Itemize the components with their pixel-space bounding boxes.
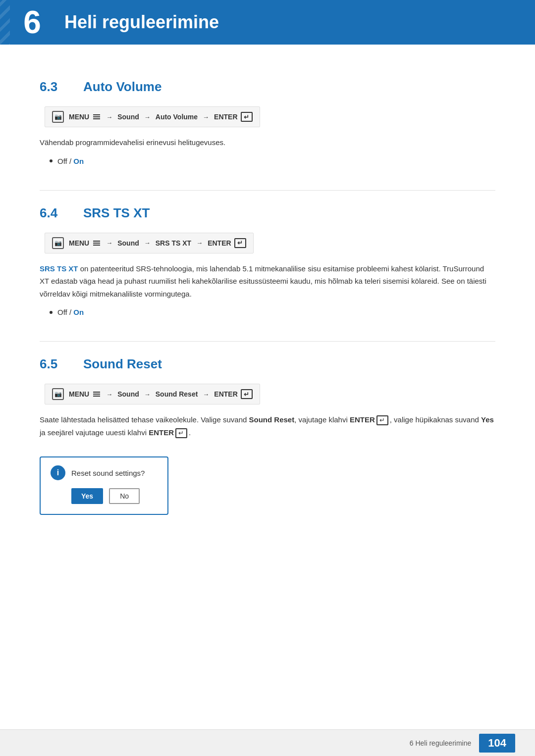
section-6-3-desc: Vähendab programmidevahelisi erinevusi h… <box>40 136 495 149</box>
arrow-1-6-5: → <box>106 391 112 398</box>
menu-label-6-5: MENU <box>69 390 89 398</box>
divider-2 <box>40 341 495 342</box>
main-content: 6.3 Auto Volume 📷 MENU → Sound → Auto Vo… <box>0 45 535 589</box>
section-6-3-options: Off / On <box>50 157 495 165</box>
dialog-no-button[interactable]: No <box>109 488 140 504</box>
desc-bold-sound-reset: Sound Reset <box>249 415 295 424</box>
arrow-3-6-4: → <box>196 239 203 247</box>
section-6-4-heading: 6.4 SRS TS XT <box>40 205 495 221</box>
option-on-6-4: On <box>73 308 84 316</box>
section-6-3: 6.3 Auto Volume 📷 MENU → Sound → Auto Vo… <box>40 79 495 165</box>
option-text-6-3: Off / On <box>57 157 84 165</box>
menu-bars-icon-6-5 <box>93 392 100 397</box>
desc-bold-yes: Yes <box>481 415 494 424</box>
nav-enter-6-5: ENTER <box>214 390 237 398</box>
dialog-buttons: Yes No <box>71 488 158 504</box>
section-6-3-number: 6.3 <box>40 79 69 95</box>
nav-enter-6-3: ENTER <box>214 113 237 121</box>
desc-enter2: ENTER <box>149 428 174 437</box>
option-off-6-4: Off <box>57 308 67 316</box>
nav-srs-6-4: SRS TS XT <box>156 239 191 247</box>
dialog-header: i Reset sound settings? <box>51 465 158 480</box>
remote-icon-6-5: 📷 <box>52 388 64 400</box>
section-6-4-options: Off / On <box>50 308 495 316</box>
enter-inline-icon-1: ↵ <box>376 415 388 425</box>
menu-bars-icon <box>93 114 100 119</box>
page-footer: 6 Heli reguleerimine 104 <box>0 729 535 756</box>
dialog-info-icon: i <box>51 465 65 480</box>
section-6-5-number: 6.5 <box>40 356 69 372</box>
nav-path-6-3: 📷 MENU → Sound → Auto Volume → ENTER ↵ <box>45 106 260 127</box>
arrow-3-6-3: → <box>203 113 209 121</box>
remote-icon-6-4: 📷 <box>52 237 64 249</box>
dialog-yes-button[interactable]: Yes <box>71 488 103 504</box>
nav-sound-6-3: Sound <box>117 113 139 121</box>
option-off-on-6-3: Off / On <box>50 157 495 165</box>
nav-sound-6-5: Sound <box>117 390 139 398</box>
arrow-2-6-3: → <box>144 113 151 121</box>
nav-sound-6-4: Sound <box>117 239 139 247</box>
footer-chapter-text: 6 Heli reguleerimine <box>410 739 472 747</box>
section-6-4: 6.4 SRS TS XT 📷 MENU → Sound → SRS TS XT… <box>40 205 495 317</box>
arrow-2-6-4: → <box>144 239 151 247</box>
option-on-6-3: On <box>73 157 84 165</box>
chapter-number: 6 <box>10 0 54 45</box>
section-6-4-title: SRS TS XT <box>83 205 150 221</box>
section-6-3-title: Auto Volume <box>83 79 161 95</box>
desc-main-text: Saate lähtestada helisätted tehase vaike… <box>40 415 249 424</box>
footer-page-number: 104 <box>479 734 515 753</box>
arrow-1-6-3: → <box>106 113 112 121</box>
section-6-5: 6.5 Sound Reset 📷 MENU → Sound → Sound R… <box>40 356 495 515</box>
nav-path-6-4: 📷 MENU → Sound → SRS TS XT → ENTER ↵ <box>45 233 254 253</box>
desc-mid: , vajutage klahvi <box>294 415 350 424</box>
remote-icon: 📷 <box>52 111 64 123</box>
section-6-4-number: 6.4 <box>40 205 69 221</box>
option-off-6-3: Off <box>57 157 67 165</box>
enter-icon-6-5: ↵ <box>241 389 253 399</box>
nav-soundreset-6-5: Sound Reset <box>156 390 198 398</box>
bullet-dot-6-3 <box>50 159 53 162</box>
page-header: 6 Heli reguleerimine <box>0 0 535 45</box>
chapter-title: Heli reguleerimine <box>64 12 219 33</box>
option-text-6-4: Off / On <box>57 308 84 316</box>
section-6-4-desc: SRS TS XT on patenteeritud SRS-tehnoloog… <box>40 262 495 301</box>
section-6-3-heading: 6.3 Auto Volume <box>40 79 495 95</box>
enter-icon-6-3: ↵ <box>241 112 253 122</box>
srs-bold-text: SRS TS XT <box>40 264 78 273</box>
dialog-question-text: Reset sound settings? <box>71 469 145 477</box>
divider-1 <box>40 190 495 191</box>
arrow-2-6-5: → <box>144 391 151 398</box>
desc-enter1: ENTER <box>350 415 375 424</box>
arrow-1-6-4: → <box>106 239 112 247</box>
desc-mid3: ja seejärel vajutage uuesti klahvi <box>40 428 149 437</box>
nav-autovolume-6-3: Auto Volume <box>156 113 198 121</box>
section-6-5-title: Sound Reset <box>83 356 162 372</box>
menu-bars-icon-6-4 <box>93 241 100 246</box>
enter-inline-icon-2: ↵ <box>175 428 187 438</box>
nav-enter-6-4: ENTER <box>208 239 231 247</box>
arrow-3-6-5: → <box>203 391 209 398</box>
section-6-5-heading: 6.5 Sound Reset <box>40 356 495 372</box>
bullet-dot-6-4 <box>50 311 53 314</box>
menu-label-6-4: MENU <box>69 239 89 247</box>
reset-dialog: i Reset sound settings? Yes No <box>40 456 168 515</box>
menu-label-6-3: MENU <box>69 113 89 121</box>
desc-end: . <box>189 428 191 437</box>
section-6-5-desc: Saate lähtestada helisätted tehase vaike… <box>40 413 495 439</box>
enter-icon-6-4: ↵ <box>234 238 246 248</box>
option-off-on-6-4: Off / On <box>50 308 495 316</box>
desc-mid2: , valige hüpikaknas suvand <box>390 415 481 424</box>
nav-path-6-5: 📷 MENU → Sound → Sound Reset → ENTER ↵ <box>45 384 260 404</box>
